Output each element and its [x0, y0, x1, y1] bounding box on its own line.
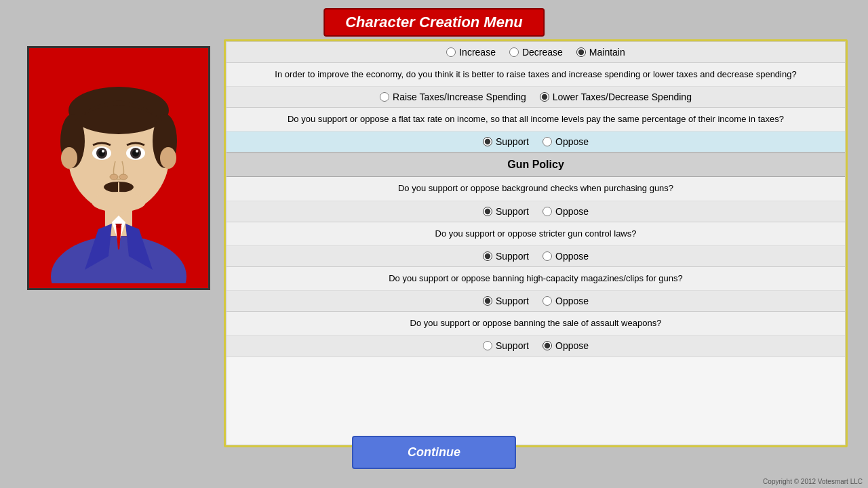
page-title: Character Creation Menu: [323, 8, 545, 37]
raise-taxes-option[interactable]: Raise Taxes/Increase Spending: [380, 92, 526, 102]
svg-point-21: [136, 150, 138, 152]
tax-spending-question: In order to improve the economy, do you …: [226, 63, 845, 87]
copyright-text: Copyright © 2012 Votesmart LLC: [763, 478, 863, 485]
question-row-magazines: Do you support or oppose banning high-ca…: [226, 267, 845, 312]
gun-control-answers: Support Oppose: [226, 246, 845, 266]
svg-point-26: [92, 192, 146, 212]
gun-control-question: Do you support or oppose stricter gun co…: [226, 222, 845, 246]
question-row-tax-spending: In order to improve the economy, do you …: [226, 63, 845, 108]
character-portrait: [27, 46, 210, 290]
assault-oppose-option[interactable]: Oppose: [542, 340, 589, 351]
gun-control-support-option[interactable]: Support: [483, 251, 529, 262]
main-panel: Increase Decrease Maintain In order to i…: [224, 39, 848, 447]
magazines-support-option[interactable]: Support: [483, 296, 529, 306]
question-row-gun-control: Do you support or oppose stricter gun co…: [226, 222, 845, 267]
question-row-assault-weapons: Do you support or oppose banning the sal…: [226, 312, 845, 357]
assault-weapons-question: Do you support or oppose banning the sal…: [226, 312, 845, 336]
flat-tax-oppose-option[interactable]: Oppose: [542, 136, 589, 147]
svg-point-17: [102, 150, 104, 152]
question-row-flat-tax: Do you support or oppose a flat tax rate…: [226, 108, 845, 152]
maintain-option[interactable]: Maintain: [576, 47, 625, 58]
background-checks-question: Do you support or oppose background chec…: [226, 177, 845, 201]
background-support-option[interactable]: Support: [483, 206, 529, 217]
question-row-background-checks: Do you support or oppose background chec…: [226, 177, 845, 222]
decrease-option[interactable]: Decrease: [509, 47, 563, 58]
question-row-economy-direction: Increase Decrease Maintain: [226, 42, 845, 63]
svg-point-9: [68, 87, 169, 134]
gun-control-oppose-option[interactable]: Oppose: [542, 251, 589, 262]
magazines-question: Do you support or oppose banning high-ca…: [226, 267, 845, 291]
economy-direction-answers: Increase Decrease Maintain: [226, 42, 845, 62]
background-checks-answers: Support Oppose: [226, 201, 845, 222]
svg-point-22: [110, 174, 118, 180]
continue-button[interactable]: Continue: [352, 436, 516, 469]
magazines-answers: Support Oppose: [226, 291, 845, 311]
lower-taxes-option[interactable]: Lower Taxes/Decrease Spending: [540, 92, 692, 102]
flat-tax-support-option[interactable]: Support: [483, 136, 529, 147]
svg-point-13: [160, 147, 176, 169]
gun-policy-header: Gun Policy: [226, 152, 845, 177]
magazines-oppose-option[interactable]: Oppose: [542, 296, 589, 306]
flat-tax-answers: Support Oppose: [226, 131, 845, 152]
assault-support-option[interactable]: Support: [483, 340, 529, 351]
increase-option[interactable]: Increase: [446, 47, 496, 58]
flat-tax-question: Do you support or oppose a flat tax rate…: [226, 108, 845, 131]
assault-weapons-answers: Support Oppose: [226, 336, 845, 356]
svg-point-12: [61, 147, 77, 169]
background-oppose-option[interactable]: Oppose: [542, 206, 589, 217]
policy-scroll-area[interactable]: Increase Decrease Maintain In order to i…: [226, 41, 846, 445]
tax-spending-answers: Raise Taxes/Increase Spending Lower Taxe…: [226, 87, 845, 107]
svg-point-23: [119, 174, 127, 180]
